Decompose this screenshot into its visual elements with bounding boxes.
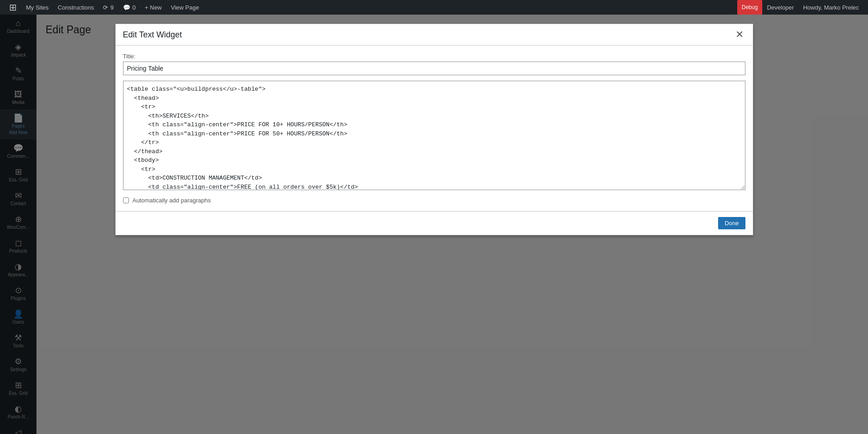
done-button[interactable]: Done <box>718 217 745 229</box>
constructions-label: Constructions <box>58 4 94 11</box>
modal-title: Edit Text Widget <box>123 30 182 40</box>
developer-label: Developer <box>767 4 794 11</box>
debug-button[interactable]: Debug <box>737 0 762 15</box>
title-input[interactable] <box>123 62 745 75</box>
debug-label: Debug <box>742 4 758 10</box>
howdy-item[interactable]: Howdy, Marko Prelec <box>798 0 863 15</box>
comments-item[interactable]: 💬 0 <box>118 0 140 15</box>
new-item[interactable]: + New <box>140 0 166 15</box>
auto-paragraphs-row: Automatically add paragraphs <box>123 197 745 204</box>
wp-logo-item[interactable]: ⊞ <box>5 0 21 15</box>
auto-paragraphs-checkbox[interactable] <box>123 197 129 203</box>
my-sites-item[interactable]: My Sites <box>21 0 53 15</box>
updates-count: 9 <box>110 4 113 11</box>
updates-icon: ⟳ <box>103 4 108 11</box>
modal-overlay: Edit Text Widget ✕ Title: <table class="… <box>0 15 868 434</box>
edit-text-widget-modal: Edit Text Widget ✕ Title: <table class="… <box>115 24 753 235</box>
modal-footer: Done <box>116 211 753 235</box>
code-textarea[interactable]: <table class="<u>buildpress</u>-table"> … <box>123 81 745 190</box>
constructions-item[interactable]: Constructions <box>53 0 98 15</box>
comments-count: 0 <box>133 4 136 11</box>
auto-paragraphs-label: Automatically add paragraphs <box>133 197 211 204</box>
title-label: Title: <box>123 53 745 60</box>
new-label: + New <box>145 4 162 11</box>
view-page-item[interactable]: View Page <box>166 0 204 15</box>
title-row: Title: <box>123 53 745 75</box>
comments-icon: 💬 <box>123 4 130 11</box>
admin-bar-right: Debug Developer Howdy, Marko Prelec <box>737 0 863 15</box>
modal-header: Edit Text Widget ✕ <box>116 24 753 46</box>
my-sites-label: My Sites <box>26 4 49 11</box>
developer-item[interactable]: Developer <box>762 0 798 15</box>
updates-item[interactable]: ⟳ 9 <box>98 0 118 15</box>
wp-icon: ⊞ <box>9 2 17 13</box>
modal-body: Title: <table class="<u>buildpress</u>-t… <box>116 46 753 211</box>
code-row: <table class="<u>buildpress</u>-table"> … <box>123 81 745 191</box>
view-page-label: View Page <box>171 4 199 11</box>
modal-close-button[interactable]: ✕ <box>734 30 745 40</box>
admin-bar: ⊞ My Sites Constructions ⟳ 9 💬 0 + New V… <box>0 0 868 15</box>
howdy-label: Howdy, Marko Prelec <box>803 4 859 11</box>
